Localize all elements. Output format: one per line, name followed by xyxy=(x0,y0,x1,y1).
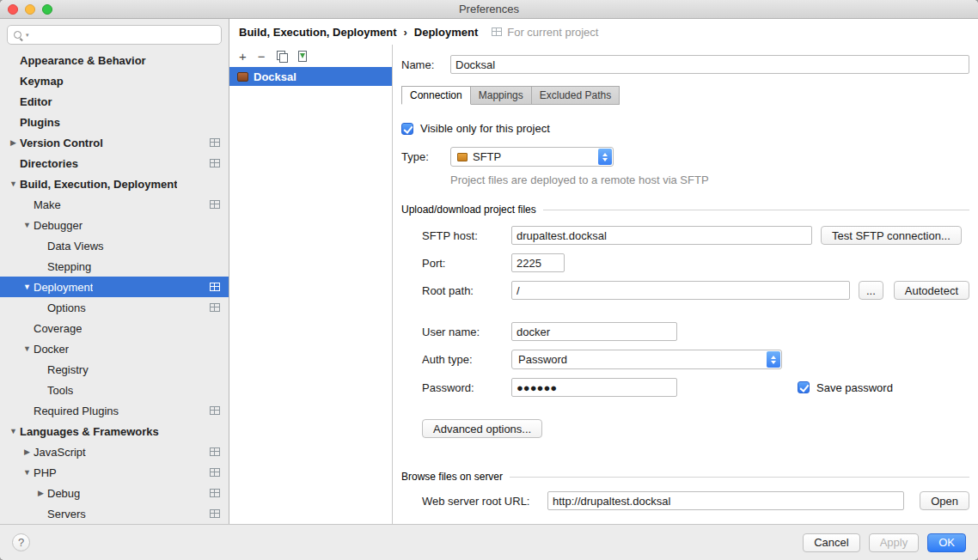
breadcrumb-item-deployment[interactable]: Deployment xyxy=(414,26,478,39)
chevron-down-icon[interactable]: ▼ xyxy=(21,468,34,477)
sidebar-item-debug[interactable]: ▶Debug xyxy=(0,483,229,503)
password-row: Password: Save password xyxy=(401,378,969,397)
dropdown-stepper-icon xyxy=(767,351,780,368)
sidebar-item-keymap[interactable]: Keymap xyxy=(0,70,229,91)
web-root-label: Web server root URL: xyxy=(422,495,547,508)
sidebar-item-label: Appearance & Behavior xyxy=(20,54,146,67)
main-area: ▾ Appearance & BehaviorKeymapEditorPlugi… xyxy=(0,19,978,524)
sftp-host-input[interactable] xyxy=(511,226,812,245)
section-divider xyxy=(543,210,969,210)
sidebar-item-label: Servers xyxy=(47,508,86,520)
chevron-down-icon[interactable]: ▼ xyxy=(7,180,20,188)
sidebar-item-label: Keymap xyxy=(20,75,64,88)
sidebar-item-editor[interactable]: Editor xyxy=(0,91,229,112)
sidebar-item-required-plugins[interactable]: Required Plugins xyxy=(0,400,229,421)
test-sftp-connection-button[interactable]: Test SFTP connection... xyxy=(821,226,962,245)
tab-bar: ConnectionMappingsExcluded Paths xyxy=(401,86,969,105)
sidebar-item-directories[interactable]: Directories xyxy=(0,153,229,173)
open-button[interactable]: Open xyxy=(920,491,969,510)
traffic-lights xyxy=(8,4,52,15)
browse-section-title: Browse files on server xyxy=(401,471,503,483)
chevron-down-icon[interactable]: ▼ xyxy=(7,427,20,435)
sidebar-item-coverage[interactable]: Coverage xyxy=(0,318,229,338)
visible-only-row: Visible only for this project xyxy=(401,122,969,135)
sidebar-item-make[interactable]: Make xyxy=(0,194,229,215)
sidebar-item-options[interactable]: Options xyxy=(0,297,229,318)
sidebar-item-deployment[interactable]: ▼Deployment xyxy=(0,277,229,297)
browse-root-path-button[interactable]: ... xyxy=(859,281,883,300)
sftp-host-label: SFTP host: xyxy=(422,229,511,242)
sidebar-item-label: Debug xyxy=(47,487,80,500)
name-input[interactable] xyxy=(450,55,969,74)
list-item-docksal[interactable]: Docksal xyxy=(229,67,392,86)
port-label: Port: xyxy=(422,257,511,270)
close-button[interactable] xyxy=(8,4,18,15)
sidebar-item-label: Stepping xyxy=(47,260,91,273)
root-path-input[interactable] xyxy=(511,281,850,300)
sidebar-item-php[interactable]: ▼PHP xyxy=(0,462,229,483)
sidebar-item-debugger[interactable]: ▼Debugger xyxy=(0,215,229,235)
chevron-right-icon[interactable]: ▶ xyxy=(21,447,34,456)
user-name-input[interactable] xyxy=(511,322,677,341)
user-name-label: User name: xyxy=(422,326,511,338)
sidebar-item-docker[interactable]: ▼Docker xyxy=(0,338,229,359)
ok-button[interactable]: OK xyxy=(927,533,966,552)
chevron-down-icon[interactable]: ▼ xyxy=(21,283,34,291)
search-options-chevron-icon[interactable]: ▾ xyxy=(26,32,29,39)
remove-icon[interactable]: − xyxy=(258,50,266,63)
project-scope-icon xyxy=(210,406,220,415)
chevron-down-icon[interactable]: ▼ xyxy=(21,344,34,353)
chevron-right-icon[interactable]: ▶ xyxy=(34,489,47,497)
sidebar-item-servers[interactable]: Servers xyxy=(0,503,229,524)
minimize-button[interactable] xyxy=(25,4,35,15)
sidebar-item-stepping[interactable]: Stepping xyxy=(0,256,229,277)
zoom-button[interactable] xyxy=(42,4,52,15)
chevron-down-icon[interactable]: ▼ xyxy=(21,221,34,229)
sidebar-item-plugins[interactable]: Plugins xyxy=(0,112,229,132)
sidebar-item-build-execution-deployment[interactable]: ▼Build, Execution, Deployment xyxy=(0,173,229,194)
sidebar-item-version-control[interactable]: ▶Version Control xyxy=(0,132,229,153)
type-label: Type: xyxy=(401,150,450,163)
sidebar-item-javascript[interactable]: ▶JavaScript xyxy=(0,441,229,462)
password-input[interactable] xyxy=(511,378,677,397)
tab-excluded-paths[interactable]: Excluded Paths xyxy=(532,86,620,105)
titlebar[interactable]: Preferences xyxy=(0,0,978,19)
breadcrumb-item-build-execution-deployment[interactable]: Build, Execution, Deployment xyxy=(239,26,396,39)
type-select[interactable]: SFTP xyxy=(450,147,614,167)
port-input[interactable] xyxy=(511,253,565,272)
tab-connection[interactable]: Connection xyxy=(401,86,471,105)
name-label: Name: xyxy=(401,58,450,71)
sidebar-item-label: Editor xyxy=(20,95,52,108)
sidebar-item-label: Docker xyxy=(34,343,69,356)
autodetect-button[interactable]: Autodetect xyxy=(894,281,969,300)
copy-icon[interactable] xyxy=(277,51,287,62)
apply-button[interactable]: Apply xyxy=(869,533,920,552)
paste-icon[interactable] xyxy=(298,51,307,62)
upload-section-header: Upload/download project files xyxy=(401,204,969,216)
content-area: Build, Execution, Deployment › Deploymen… xyxy=(229,19,978,524)
sidebar-item-label: PHP xyxy=(34,466,57,479)
deployment-form: Name: ConnectionMappingsExcluded Paths V… xyxy=(393,45,978,524)
project-scope-icon xyxy=(210,283,220,291)
search-input[interactable] xyxy=(32,28,216,41)
save-password-label: Save password xyxy=(816,381,893,394)
sidebar-item-tools[interactable]: Tools xyxy=(0,380,229,400)
sidebar-item-appearance-behavior[interactable]: Appearance & Behavior xyxy=(0,50,229,70)
sidebar-item-data-views[interactable]: Data Views xyxy=(0,235,229,256)
settings-search[interactable]: ▾ xyxy=(7,25,222,45)
save-password-checkbox[interactable] xyxy=(798,381,810,393)
chevron-right-icon[interactable]: ▶ xyxy=(7,138,20,147)
tab-mappings[interactable]: Mappings xyxy=(471,86,532,105)
type-select-value: SFTP xyxy=(473,150,501,163)
web-root-input[interactable] xyxy=(547,491,904,510)
sidebar-item-languages-frameworks[interactable]: ▼Languages & Frameworks xyxy=(0,421,229,441)
add-icon[interactable]: + xyxy=(239,50,247,63)
visible-only-checkbox[interactable] xyxy=(401,123,413,135)
dropdown-stepper-icon xyxy=(598,149,612,165)
help-button[interactable]: ? xyxy=(12,533,30,551)
auth-type-select[interactable]: Password xyxy=(511,350,782,369)
cancel-button[interactable]: Cancel xyxy=(803,533,859,552)
advanced-options-button[interactable]: Advanced options... xyxy=(422,419,542,438)
sidebar-item-label: Languages & Frameworks xyxy=(20,425,159,438)
sidebar-item-registry[interactable]: Registry xyxy=(0,359,229,380)
